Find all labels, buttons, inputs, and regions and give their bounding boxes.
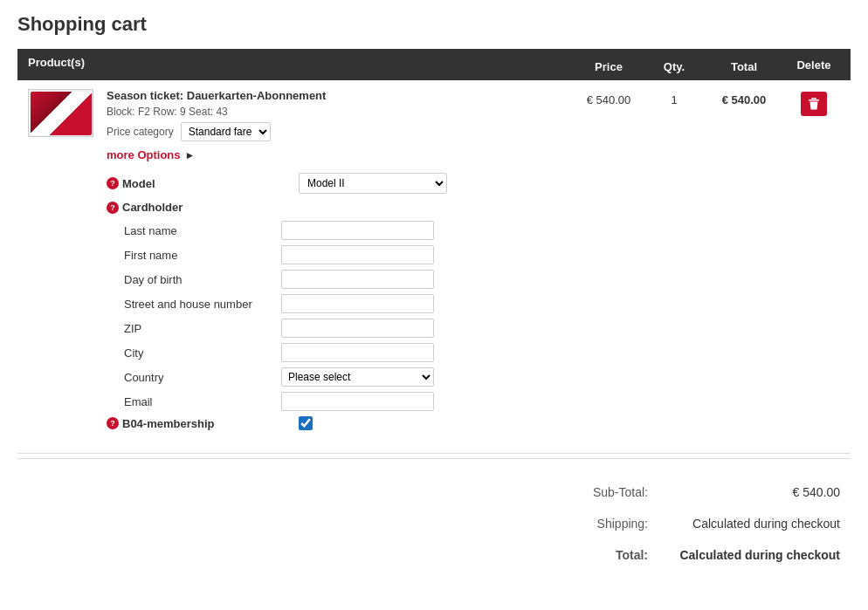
b04-checkbox[interactable]	[299, 416, 313, 430]
street-row: Street and house number	[107, 294, 840, 313]
street-input[interactable]	[281, 294, 434, 313]
col-total: Total	[700, 56, 788, 73]
options-section: ? Model Model I Model II Model III ? Car…	[17, 168, 851, 444]
total-label: Total:	[543, 548, 648, 562]
total-value: Calculated during checkout	[665, 548, 840, 562]
col-qty: Qty.	[648, 56, 700, 73]
trash-icon	[807, 97, 821, 111]
last-name-row: Last name	[107, 221, 840, 240]
item-details: Season ticket: Dauerkarten-Abonnement Bl…	[107, 89, 569, 141]
model-label-outer: ? Model	[107, 177, 299, 190]
country-select[interactable]: Please select Germany Austria Switzerlan…	[281, 367, 434, 387]
price-category-label: Price category	[107, 126, 174, 138]
col-products: Product(s)	[28, 56, 569, 73]
ticket-image-visual	[31, 92, 92, 135]
subtotal-row: Sub-Total: € 540.00	[28, 485, 840, 499]
cart-item: Season ticket: Dauerkarten-Abonnement Bl…	[17, 80, 851, 454]
delete-cell	[788, 89, 840, 116]
zip-input[interactable]	[281, 319, 434, 338]
subtotal-value: € 540.00	[665, 485, 840, 499]
first-name-input[interactable]	[281, 245, 434, 264]
last-name-label: Last name	[107, 224, 281, 237]
total-row: Total: Calculated during checkout	[28, 548, 840, 562]
page-title: Shopping cart	[17, 13, 851, 36]
first-name-row: First name	[107, 245, 840, 264]
cart-item-main: Season ticket: Dauerkarten-Abonnement Bl…	[17, 89, 851, 141]
svg-rect-0	[811, 98, 816, 99]
item-total: € 540.00	[700, 89, 788, 106]
col-price: Price	[569, 56, 648, 73]
delete-button[interactable]	[801, 92, 827, 116]
zip-label: ZIP	[107, 322, 281, 335]
email-row: Email	[107, 392, 840, 411]
dob-label: Day of birth	[107, 273, 281, 286]
city-label: City	[107, 346, 281, 360]
section-divider	[17, 458, 851, 459]
svg-rect-1	[809, 99, 819, 101]
model-row: ? Model Model I Model II Model III	[107, 173, 840, 194]
country-label: Country	[107, 371, 281, 384]
model-label: Model	[122, 177, 155, 190]
shipping-value: Calculated during checkout	[665, 517, 840, 531]
price-category-select[interactable]: Standard fare Reduced fare Children	[181, 122, 271, 141]
cardholder-label: Cardholder	[122, 201, 183, 214]
summary-section: Sub-Total: € 540.00 Shipping: Calculated…	[17, 485, 851, 562]
item-price: € 540.00	[569, 89, 648, 106]
item-left: Season ticket: Dauerkarten-Abonnement Bl…	[28, 89, 569, 141]
b04-label-outer: ? B04-membership	[107, 417, 299, 430]
shipping-row: Shipping: Calculated during checkout	[28, 517, 840, 531]
item-subtitle: Block: F2 Row: 9 Seat: 43	[107, 106, 569, 118]
model-help-icon: ?	[107, 177, 119, 189]
ticket-image	[28, 89, 93, 137]
city-input[interactable]	[281, 343, 434, 362]
city-row: City	[107, 343, 840, 362]
zip-row: ZIP	[107, 319, 840, 338]
b04-help-icon: ?	[107, 417, 119, 429]
item-title: Season ticket: Dauerkarten-Abonnement	[107, 89, 569, 102]
country-row: Country Please select Germany Austria Sw…	[107, 367, 840, 387]
b04-label: B04-membership	[122, 417, 214, 430]
table-header: Product(s) Price Qty. Total Delete	[17, 49, 851, 80]
shipping-label: Shipping:	[543, 517, 648, 531]
more-options-arrow: ►	[185, 149, 196, 161]
model-select[interactable]: Model I Model II Model III	[299, 173, 447, 194]
col-delete: Delete	[788, 56, 840, 73]
email-label: Email	[107, 395, 281, 408]
dob-input[interactable]	[281, 270, 434, 289]
cardholder-label-outer: ? Cardholder	[107, 201, 299, 214]
cardholder-help-icon: ?	[107, 202, 119, 214]
street-label: Street and house number	[107, 298, 281, 311]
price-category-row: Price category Standard fare Reduced far…	[107, 122, 569, 141]
more-options-row: more Options ►	[17, 141, 851, 168]
b04-row: ? B04-membership	[107, 416, 840, 430]
more-options-link[interactable]: more Options	[107, 148, 181, 161]
subtotal-label: Sub-Total:	[543, 485, 648, 499]
dob-row: Day of birth	[107, 270, 840, 289]
email-input[interactable]	[281, 392, 434, 411]
last-name-input[interactable]	[281, 221, 434, 240]
cardholder-row: ? Cardholder	[107, 201, 840, 214]
item-qty: 1	[648, 89, 700, 106]
first-name-label: First name	[107, 249, 281, 262]
